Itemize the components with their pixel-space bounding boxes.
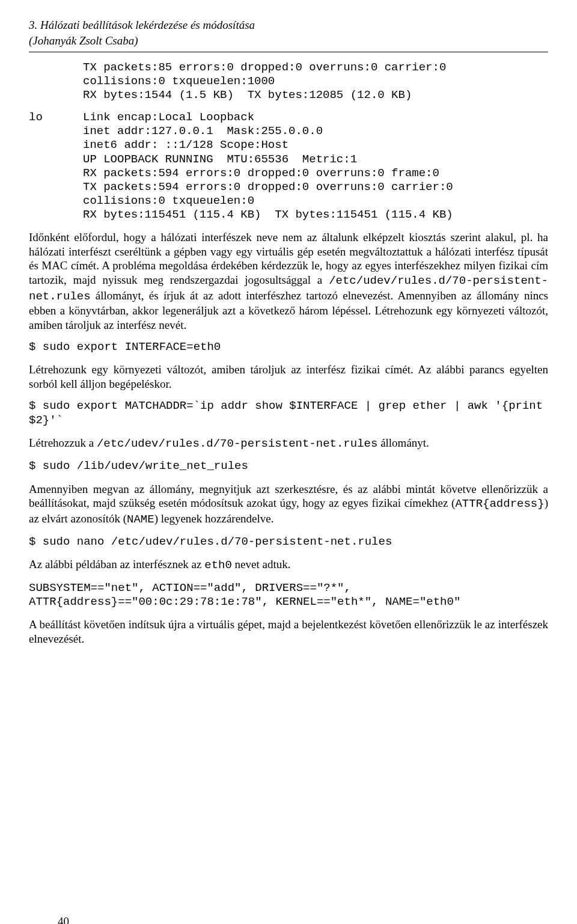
para5-text-b: nevet adtuk. xyxy=(232,558,291,571)
code-block-lo: Link encap:Local Loopback inet addr:127.… xyxy=(83,111,453,222)
para4-text-c: ) legyenek hozzárendelve. xyxy=(154,512,274,525)
header-divider xyxy=(29,52,548,52)
command-1: $ sudo export INTERFACE=eth0 xyxy=(29,340,548,354)
paragraph-2: Létrehozunk egy környezeti változót, ami… xyxy=(29,363,548,391)
para3-code: /etc/udev/rules.d/70-persistent-net.rule… xyxy=(97,437,377,450)
paragraph-4: Amennyiben megvan az állomány, megnyitju… xyxy=(29,482,548,527)
header-author: (Johanyák Zsolt Csaba) xyxy=(29,34,548,48)
command-3: $ sudo /lib/udev/write_net_rules xyxy=(29,459,548,473)
paragraph-5: Az alábbi példában az interfésznek az et… xyxy=(29,557,548,573)
lo-interface-label: lo xyxy=(29,111,83,222)
command-4: $ sudo nano /etc/udev/rules.d/70-persist… xyxy=(29,535,548,549)
command-5: SUBSYSTEM=="net", ACTION=="add", DRIVERS… xyxy=(29,581,548,609)
para5-text-a: Az alábbi példában az interfésznek az xyxy=(29,558,204,571)
code-block-lo-row: lo Link encap:Local Loopback inet addr:1… xyxy=(29,111,548,222)
paragraph-3: Létrehozzuk a /etc/udev/rules.d/70-persi… xyxy=(29,436,548,451)
para4-code2: NAME xyxy=(127,513,154,526)
para4-code1: ATTR{address} xyxy=(455,497,544,510)
para3-text-a: Létrehozzuk a xyxy=(29,436,97,449)
header-title: 3. Hálózati beállítások lekérdezése és m… xyxy=(29,18,548,32)
paragraph-1: Időnként előfordul, hogy a hálózati inte… xyxy=(29,230,548,332)
code-block-tx: TX packets:85 errors:0 dropped:0 overrun… xyxy=(83,61,548,103)
para5-code: eth0 xyxy=(204,558,232,572)
page-number: 40 xyxy=(58,914,69,924)
para1-text-b: állományt, és írjuk át az adott interfés… xyxy=(29,289,548,331)
paragraph-6: A beállítást követően indítsuk újra a vi… xyxy=(29,617,548,646)
command-2: $ sudo export MATCHADDR=`ip addr show $I… xyxy=(29,399,548,427)
para3-text-b: állományt. xyxy=(377,436,429,449)
